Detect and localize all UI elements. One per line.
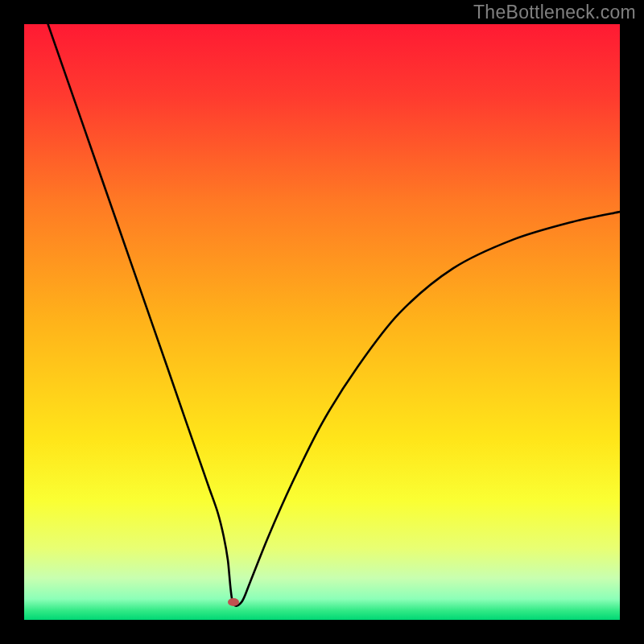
plot-area bbox=[24, 24, 620, 620]
bottleneck-curve bbox=[48, 24, 620, 606]
chart-frame: TheBottleneck.com bbox=[0, 0, 644, 644]
watermark-text: TheBottleneck.com bbox=[473, 2, 636, 23]
curve-layer bbox=[24, 24, 620, 620]
minimum-marker bbox=[228, 598, 239, 606]
